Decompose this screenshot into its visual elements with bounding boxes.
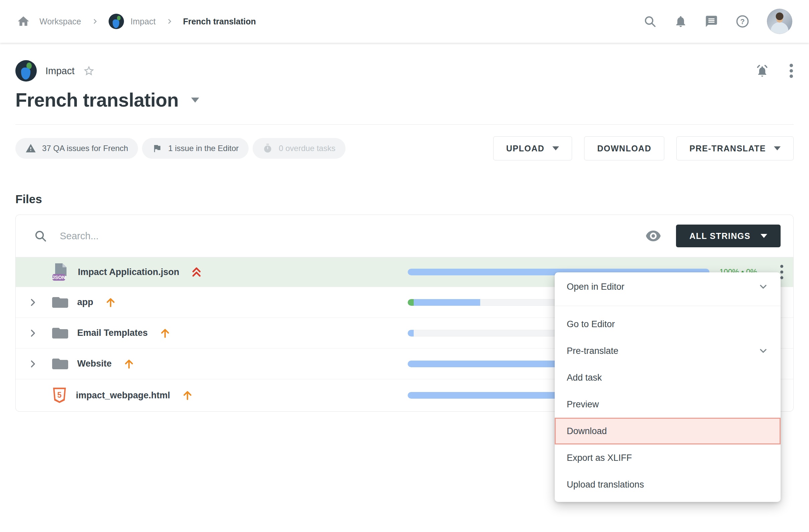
- menu-item-open-in-editor[interactable]: Open in Editor: [555, 272, 780, 301]
- menu-item-upload-translations[interactable]: Upload translations: [555, 471, 780, 498]
- chevron-down-icon: [758, 345, 769, 356]
- html-file-icon: 5: [52, 386, 67, 405]
- folder-icon: [52, 326, 69, 340]
- favorite-star-icon[interactable]: [83, 65, 94, 76]
- search-icon: [34, 229, 47, 243]
- menu-item-label: Preview: [567, 399, 599, 410]
- breadcrumb: Workspace Impact French translation: [17, 14, 256, 29]
- svg-text:?: ?: [740, 17, 744, 26]
- menu-item-export-as-xliff[interactable]: Export as XLIFF: [555, 444, 780, 471]
- search-icon[interactable]: [643, 15, 657, 28]
- menu-item-label: Pre-translate: [567, 346, 619, 356]
- home-icon[interactable]: [17, 15, 30, 28]
- menu-item-label: Add task: [567, 373, 602, 383]
- flag-icon: [152, 143, 162, 153]
- subscribe-bell-icon[interactable]: [755, 64, 770, 78]
- svg-text:5: 5: [57, 391, 62, 399]
- help-icon[interactable]: ?: [736, 14, 750, 29]
- folder-icon: [52, 357, 69, 371]
- status-badges: 37 QA issues for French1 issue in the Ed…: [15, 138, 345, 159]
- menu-item-label: Upload translations: [567, 480, 644, 490]
- menu-item-preview[interactable]: Preview: [555, 391, 780, 418]
- messages-icon[interactable]: [705, 15, 718, 28]
- page-title: French translation: [15, 89, 178, 111]
- badge-label: 0 overdue tasks: [279, 144, 335, 153]
- menu-item-go-to-editor[interactable]: Go to Editor: [555, 311, 780, 338]
- file-name[interactable]: Email Templates: [77, 328, 148, 338]
- files-heading: Files: [15, 192, 794, 206]
- warning-icon: [25, 143, 36, 154]
- file-name[interactable]: app: [77, 297, 93, 307]
- json-file-icon: JSON: [52, 263, 69, 281]
- search-input[interactable]: [60, 230, 645, 242]
- chevron-right-icon: [166, 18, 173, 25]
- progress-segment: [408, 330, 414, 337]
- header-divider: [15, 124, 794, 125]
- badge-label: 37 QA issues for French: [42, 144, 128, 153]
- pre-translate-button[interactable]: PRE-TRANSLATE: [676, 136, 794, 160]
- file-name[interactable]: Website: [77, 359, 111, 369]
- notifications-bell-icon[interactable]: [674, 15, 687, 28]
- menu-item-add-task[interactable]: Add task: [555, 364, 780, 391]
- badge-label: 1 issue in the Editor: [168, 144, 239, 153]
- arrow-up-icon: [123, 358, 135, 370]
- arrow-up-icon: [105, 296, 117, 308]
- upload-button[interactable]: UPLOAD: [493, 136, 572, 160]
- app-window: Workspace Impact French translation ?: [0, 0, 809, 532]
- breadcrumb-current-page: French translation: [183, 17, 256, 27]
- top-app-bar: Workspace Impact French translation ?: [0, 0, 809, 43]
- caret-down-icon: [774, 147, 780, 150]
- progress-segment: [408, 299, 414, 306]
- caret-down-icon: [552, 147, 559, 150]
- project-name[interactable]: Impact: [46, 66, 74, 76]
- strings-filter-button[interactable]: ALL STRINGS: [676, 225, 780, 247]
- svg-text:JSON: JSON: [52, 275, 66, 280]
- status-badge-0-overdue-tasks: 0 overdue tasks: [253, 138, 345, 159]
- menu-item-download[interactable]: Download: [555, 418, 780, 444]
- eye-visibility-icon[interactable]: [645, 230, 661, 242]
- expand-chevron-right-icon[interactable]: [28, 328, 38, 338]
- menu-item-label: Go to Editor: [567, 319, 615, 329]
- project-logo: [15, 60, 37, 82]
- folder-icon: [52, 296, 69, 309]
- user-avatar[interactable]: [767, 9, 792, 34]
- menu-item-label: Export as XLIFF: [567, 453, 632, 463]
- expand-chevron-right-icon[interactable]: [28, 359, 38, 369]
- expand-chevron-right-icon[interactable]: [28, 297, 38, 307]
- row-kebab-menu-icon[interactable]: [779, 264, 785, 281]
- file-name[interactable]: impact_webpage.html: [76, 390, 170, 401]
- project-header: Impact: [15, 60, 794, 82]
- breadcrumb-workspace[interactable]: Workspace: [39, 17, 81, 27]
- double-arrow-up-icon: [191, 266, 202, 278]
- menu-item-pre-translate[interactable]: Pre-translate: [555, 338, 780, 364]
- chevron-right-icon: [91, 18, 99, 25]
- menu-item-label: Open in Editor: [567, 282, 624, 292]
- project-kebab-menu-icon[interactable]: [789, 63, 794, 79]
- stopwatch-icon: [263, 143, 273, 153]
- arrow-up-icon: [182, 389, 193, 401]
- title-dropdown-caret-icon[interactable]: [191, 98, 199, 103]
- file-context-menu: Open in EditorGo to EditorPre-translateA…: [555, 272, 780, 502]
- status-badge-1-issue-in-the-editor[interactable]: 1 issue in the Editor: [142, 138, 248, 159]
- chevron-down-icon: [758, 281, 769, 292]
- caret-down-icon: [760, 234, 767, 238]
- files-search-row: ALL STRINGS: [16, 215, 793, 257]
- breadcrumb-project[interactable]: Impact: [131, 17, 156, 27]
- menu-item-label: Download: [567, 426, 607, 436]
- file-name[interactable]: Impact Application.json: [78, 267, 179, 277]
- download-button[interactable]: DOWNLOAD: [584, 136, 664, 160]
- status-badge-37-qa-issues-for-french[interactable]: 37 QA issues for French: [15, 138, 138, 159]
- arrow-up-icon: [159, 327, 171, 339]
- progress-segment: [414, 299, 480, 306]
- menu-divider: [555, 306, 780, 306]
- project-avatar-small[interactable]: [108, 14, 124, 29]
